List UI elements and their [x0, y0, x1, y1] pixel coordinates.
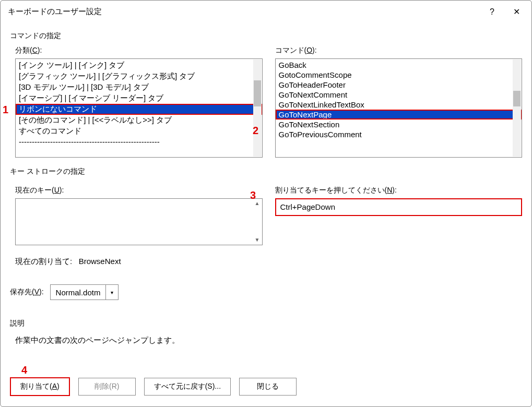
scrollbar-thumb[interactable] — [254, 80, 261, 106]
scrollbar[interactable] — [513, 59, 521, 157]
categories-label: 分類(C): — [15, 46, 263, 55]
list-item[interactable]: リボンにないコマンド — [16, 104, 262, 115]
close-button[interactable]: 閉じる — [239, 378, 297, 396]
list-item[interactable]: ----------------------------------------… — [16, 137, 262, 147]
dialog-title: キーボードのユーザー設定 — [8, 7, 102, 17]
description-label: 説明 — [10, 319, 522, 328]
dialog-content: コマンドの指定 分類(C): [インク ツール] | [インク] タブ[グラフィ… — [1, 23, 531, 351]
list-item[interactable]: GoToNextPage — [276, 110, 522, 119]
current-assignment: 現在の割り当て: BrowseNext — [15, 257, 522, 267]
remove-button[interactable]: 削除(R) — [78, 378, 136, 396]
save-target-value: Normal.dotm — [51, 288, 106, 297]
list-item[interactable]: [その他のコマンド] | [<<ラベルなし>>] タブ — [16, 115, 262, 126]
annotation-1: 1 — [3, 104, 8, 116]
save-target-row: 保存先(V): Normal.dotm ▾ — [10, 284, 522, 300]
chevron-down-icon[interactable]: ▾ — [105, 285, 118, 300]
list-item[interactable]: GotoCommentScope — [276, 70, 522, 80]
section-keys-label: キー ストロークの指定 — [10, 167, 522, 176]
scroll-down-icon[interactable]: ▼ — [254, 236, 261, 244]
categories-listbox[interactable]: [インク ツール] | [インク] タブ[グラフィック ツール] | [グラフィ… — [15, 58, 263, 158]
commands-label: コマンド(O): — [275, 46, 523, 55]
list-item[interactable]: [インク ツール] | [インク] タブ — [16, 60, 262, 71]
current-keys-label: 現在のキー(U): — [15, 186, 263, 195]
annotation-3: 3 — [250, 189, 256, 201]
scrollbar-thumb[interactable] — [513, 91, 521, 106]
window-controls: ? ✕ — [486, 5, 524, 19]
titlebar: キーボードのユーザー設定 ? ✕ — [1, 1, 531, 23]
list-item[interactable]: GoToPreviousComment — [276, 129, 522, 139]
list-item[interactable]: GoToNextComment — [276, 90, 522, 100]
section-commands-label: コマンドの指定 — [10, 31, 522, 41]
close-icon[interactable]: ✕ — [509, 5, 524, 19]
list-item[interactable]: [グラフィック ツール] | [グラフィックス形式] タブ — [16, 71, 262, 82]
commands-listbox[interactable]: GoBackGotoCommentScopeGoToHeaderFooterGo… — [275, 58, 523, 158]
reset-all-button[interactable]: すべて元に戻す(S)... — [144, 378, 231, 396]
list-item[interactable]: すべてのコマンド — [16, 126, 262, 137]
list-item[interactable]: [イマーシブ] | [イマーシブ リーダー] タブ — [16, 93, 262, 104]
current-keys-box[interactable]: ▲ ▼ — [15, 198, 263, 245]
annotation-4: 4 — [21, 364, 27, 376]
keyboard-customize-dialog: 1 2 3 4 キーボードのユーザー設定 ? ✕ コマンドの指定 分類(C): … — [0, 0, 532, 407]
button-row: 割り当て(A) 削除(R) すべて元に戻す(S)... 閉じる — [10, 377, 522, 396]
annotation-2: 2 — [253, 125, 258, 137]
list-item[interactable]: GoToNextLinkedTextBox — [276, 100, 522, 110]
list-item[interactable]: GoToNextSection — [276, 119, 522, 129]
save-target-label: 保存先(V): — [10, 288, 44, 297]
save-target-combo[interactable]: Normal.dotm ▾ — [50, 284, 119, 300]
press-key-input[interactable]: Ctrl+PageDown — [275, 198, 523, 216]
assign-button[interactable]: 割り当て(A) — [10, 377, 70, 396]
list-item[interactable]: GoToHeaderFooter — [276, 80, 522, 90]
list-item[interactable]: GoBack — [276, 60, 522, 70]
scrollbar[interactable] — [253, 59, 262, 157]
description-text: 作業中の文書の次のページへジャンプします。 — [15, 336, 522, 345]
help-icon[interactable]: ? — [486, 5, 499, 19]
press-key-label: 割り当てるキーを押してください(N): — [275, 186, 523, 195]
list-item[interactable]: [3D モデル ツール] | [3D モデル] タブ — [16, 82, 262, 93]
